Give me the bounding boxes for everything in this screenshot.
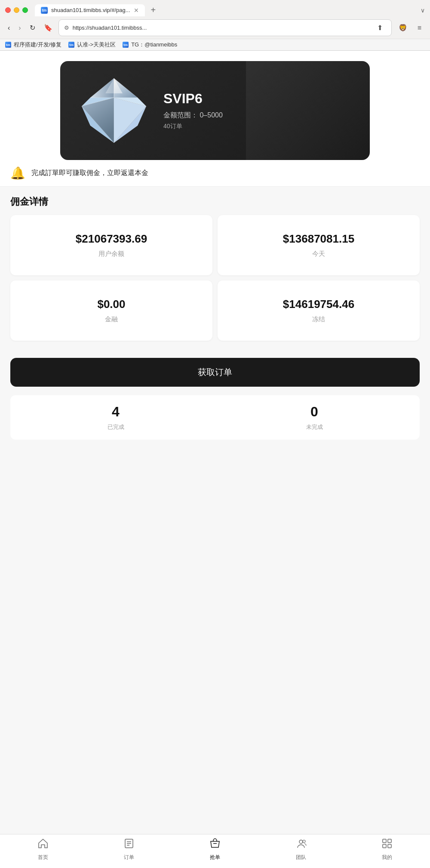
stat-label-today: 今天 xyxy=(312,250,325,258)
vip-range: 金额范围： 0–5000 xyxy=(163,111,223,120)
navigation-bar: ‹ › ↻ 🔖 ⚙ https://shuadan101.timibbss...… xyxy=(0,17,430,39)
stat-card-balance: $21067393.69 用户余额 xyxy=(10,215,212,275)
forward-button[interactable]: › xyxy=(16,22,23,34)
vip-range-value: 0–5000 xyxy=(200,111,222,119)
browser-chrome: tm shuadan101.timibbs.vip/#/pag... ✕ + ∨… xyxy=(0,0,430,51)
bookmark-item-1[interactable]: tm 程序搭建/开发/修复 xyxy=(5,41,61,49)
svg-point-21 xyxy=(303,840,305,843)
mine-icon xyxy=(381,838,393,852)
partial-value-done: 4 xyxy=(112,404,120,420)
nav-label-team: 团队 xyxy=(296,854,306,861)
partial-value-pending: 0 xyxy=(310,404,318,420)
partial-section: 4 已完成 0 未完成 xyxy=(10,395,420,440)
brave-shield-icon[interactable]: 🦁 xyxy=(395,22,411,34)
svg-rect-25 xyxy=(388,844,391,848)
bookmark-button[interactable]: 🔖 xyxy=(41,22,55,34)
stats-grid: $21067393.69 用户余额 $13687081.15 今天 $0.00 … xyxy=(10,215,420,341)
bookmark-label-1: 程序搭建/开发/修复 xyxy=(14,41,61,49)
nav-item-orders[interactable]: 订单 xyxy=(117,838,141,861)
close-button[interactable] xyxy=(5,7,11,13)
nav-item-grab[interactable]: 抢单 xyxy=(203,838,227,861)
partial-item-done: 4 已完成 xyxy=(19,404,212,431)
stat-card-frozen: $14619754.46 冻结 xyxy=(218,280,420,341)
stat-card-finance: $0.00 金融 xyxy=(10,280,212,341)
vip-orders: 40订单 xyxy=(163,123,223,130)
reload-button[interactable]: ↻ xyxy=(27,22,38,34)
stat-value-frozen: $14619754.46 xyxy=(283,298,354,311)
tab-bar: tm shuadan101.timibbs.vip/#/pag... ✕ + ∨ xyxy=(0,0,430,17)
vip-title: SVIP6 xyxy=(163,91,223,107)
maximize-button[interactable] xyxy=(22,7,28,13)
hero-section: SVIP6 金额范围： 0–5000 40订单 xyxy=(0,51,430,160)
bookmark-item-3[interactable]: tm TG：@tianmeibbs xyxy=(123,41,177,49)
svg-rect-22 xyxy=(383,839,386,843)
stat-value-balance: $21067393.69 xyxy=(76,232,147,246)
stat-value-finance: $0.00 xyxy=(97,298,125,311)
vip-card: SVIP6 金额范围： 0–5000 40订单 xyxy=(60,61,370,160)
home-icon xyxy=(37,838,49,852)
bookmark-item-2[interactable]: tm 认准->天美社区 xyxy=(68,41,116,49)
get-order-button[interactable]: 获取订单 xyxy=(10,358,420,387)
minimize-button[interactable] xyxy=(14,7,19,13)
diamond-gem-icon xyxy=(77,74,150,147)
tab-url-text: shuadan101.timibbs.vip/#/pag... xyxy=(51,7,130,13)
page-content: SVIP6 金额范围： 0–5000 40订单 🔔 完成訂單即可賺取佣金，立即返… xyxy=(0,51,430,868)
share-button[interactable]: ⬆ xyxy=(374,22,386,34)
vip-range-label: 金额范围： xyxy=(163,111,198,119)
spacer xyxy=(0,440,430,526)
address-bar[interactable]: ⚙ https://shuadan101.timibbss... ⬆ xyxy=(58,19,392,36)
stat-label-balance: 用户余额 xyxy=(98,250,124,258)
stat-label-finance: 金融 xyxy=(105,315,118,323)
nav-item-home[interactable]: 首页 xyxy=(31,838,55,861)
commission-section: 佣金详情 $21067393.69 用户余额 $13687081.15 今天 $… xyxy=(0,187,430,349)
bookmark-favicon-2: tm xyxy=(68,42,74,48)
svg-rect-24 xyxy=(383,844,386,848)
section-title: 佣金详情 xyxy=(10,195,420,208)
orders-icon xyxy=(123,838,135,852)
active-tab[interactable]: tm shuadan101.timibbs.vip/#/pag... ✕ xyxy=(35,4,145,16)
bookmark-favicon-3: tm xyxy=(123,42,129,48)
partial-item-pending: 0 未完成 xyxy=(218,404,411,431)
back-button[interactable]: ‹ xyxy=(5,22,12,34)
partial-label-done: 已完成 xyxy=(108,423,124,431)
tab-close-icon[interactable]: ✕ xyxy=(134,7,139,13)
stat-value-today: $13687081.15 xyxy=(283,232,354,246)
menu-button[interactable]: ≡ xyxy=(414,22,425,34)
stat-card-today: $13687081.15 今天 xyxy=(218,215,420,275)
notification-bar: 🔔 完成訂單即可賺取佣金，立即返還本金 xyxy=(0,160,430,187)
bell-icon: 🔔 xyxy=(10,166,25,180)
bookmarks-bar: tm 程序搭建/开发/修复 tm 认准->天美社区 tm TG：@tianmei… xyxy=(0,39,430,50)
bookmark-label-2: 认准->天美社区 xyxy=(77,41,116,49)
svg-point-20 xyxy=(299,840,303,843)
nav-label-home: 首页 xyxy=(38,854,48,861)
traffic-lights xyxy=(5,7,28,13)
address-text: https://shuadan101.timibbss... xyxy=(73,25,370,31)
notification-text: 完成訂單即可賺取佣金，立即返還本金 xyxy=(31,169,148,178)
nav-item-mine[interactable]: 我的 xyxy=(375,838,399,861)
stat-label-frozen: 冻结 xyxy=(312,315,325,323)
nav-label-orders: 订单 xyxy=(124,854,134,861)
new-tab-button[interactable]: + xyxy=(147,3,160,17)
nav-item-team[interactable]: 团队 xyxy=(289,838,313,861)
team-icon xyxy=(295,838,307,852)
vip-info: SVIP6 金额范围： 0–5000 40订单 xyxy=(163,91,223,130)
bottom-navigation: 首页 订单 抢单 xyxy=(0,834,430,868)
tab-chevron-icon[interactable]: ∨ xyxy=(421,7,425,14)
secure-icon: ⚙ xyxy=(64,25,69,31)
tab-favicon-icon: tm xyxy=(41,7,48,14)
partial-label-pending: 未完成 xyxy=(306,423,323,431)
bookmark-label-3: TG：@tianmeibbs xyxy=(131,41,177,49)
bookmark-favicon-1: tm xyxy=(5,42,11,48)
nav-label-grab: 抢单 xyxy=(210,854,220,861)
svg-rect-23 xyxy=(388,839,391,843)
grab-icon xyxy=(209,838,221,852)
nav-label-mine: 我的 xyxy=(382,854,392,861)
